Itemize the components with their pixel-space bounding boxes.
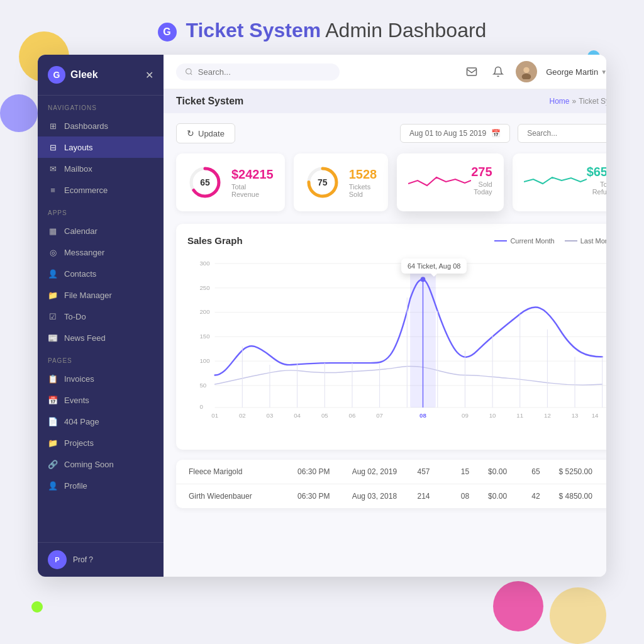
legend-last-line [565,240,577,242]
apps-section-label: APPS [38,201,164,220]
filemanager-icon: 📁 [48,290,58,300]
sidebar-item-calendar[interactable]: ▦ Calendar [38,220,164,242]
cell-col5: 08 [461,492,488,501]
sidebar-item-404[interactable]: 📄 404 Page [38,411,164,432]
stat-label-today: Sold Today [471,180,492,196]
sidebar-item-label: Contacts [64,269,96,279]
graph-legend: Current Month Last Month [494,237,606,245]
cell-date: Aug 02, 2019 [352,467,418,476]
sidebar-item-mailbox[interactable]: ✉ Mailbox [38,158,164,179]
filter-search-input[interactable] [527,129,602,138]
stat-card-revenue: 65 $24215 Total Revenue [176,153,285,211]
svg-text:50: 50 [199,382,206,389]
comingsoon-icon: 🔗 [48,459,58,469]
sidebar-close-button[interactable]: ✕ [145,69,153,81]
update-button[interactable]: ↻ Update [176,123,235,143]
invoices-icon: 📋 [48,374,58,384]
topbar: George Martin ▼ ☰ [164,55,606,89]
legend-current-line [494,240,507,242]
sidebar-brand-icon: G [48,66,65,84]
sidebar-item-label: Layouts [64,143,93,152]
svg-text:01: 01 [211,412,218,419]
cell-price: $0.00 [488,467,531,476]
sales-chart-svg: 300 250 200 150 100 50 0 [187,253,606,436]
sales-graph-card: Sales Graph Current Month Last Month [176,224,606,450]
cell-total: $ 5250.00 [559,467,606,476]
cell-col7: 42 [531,492,558,501]
cell-price: $0.00 [488,492,531,501]
sidebar-item-todo[interactable]: ☑ To-Do [38,306,164,327]
date-range-value: Aug 01 to Aug 15 2019 [409,129,486,138]
content-body: ↻ Update Aug 01 to Aug 15 2019 📅 [164,113,606,577]
sidebar-item-dashboards[interactable]: ⊞ Dashboards [38,115,164,136]
nav-section-label: NAVIGATIONS [38,96,164,115]
ecommerce-icon: ≡ [48,185,58,195]
stat-info-refund: $657 Total Refund [587,165,606,196]
sidebar-item-projects[interactable]: 📁 Projects [38,432,164,453]
cell-name: Girth Wiedenbauer [189,492,297,501]
sidebar-item-label: File Manager [64,291,112,300]
sidebar-item-invoices[interactable]: 📋 Invoices [38,368,164,389]
sidebar-avatar: P [48,550,67,569]
sidebar-item-label: Messanger [64,248,104,257]
sidebar-item-label: Invoices [64,374,94,384]
stat-card-today: 275 Sold Today [397,153,503,211]
search-input[interactable] [198,67,331,77]
sidebar: G Gleek ✕ NAVIGATIONS ⊞ Dashboards ⊟ Lay… [38,55,164,577]
newsfeed-icon: 📰 [48,333,58,343]
cell-tickets: 457 [418,467,461,476]
search-container[interactable] [176,64,340,80]
sidebar-item-profile[interactable]: 👤 Profile [38,475,164,496]
topbar-username[interactable]: George Martin ▼ [546,67,606,77]
sidebar-logo-text: G Gleek [48,66,98,84]
sidebar-item-label: Events [64,396,89,405]
sidebar-profile-name: Prof ? [73,555,93,564]
svg-text:300: 300 [199,260,210,267]
sidebar-item-label: Projects [64,438,94,448]
stat-ring-number-tickets: 75 [318,177,328,187]
header-title-regular: Admin Dashboard [321,19,486,42]
stat-ring-revenue: 65 [187,165,223,200]
cell-tickets: 214 [418,492,461,501]
sidebar-item-contacts[interactable]: 👤 Contacts [38,263,164,284]
cell-date: Aug 03, 2018 [352,492,418,501]
cell-name: Fleece Marigold [189,467,297,476]
sidebar-item-ecommerce[interactable]: ≡ Ecommerce [38,179,164,201]
tooltip-text: 64 Ticket, Aug 08 [408,262,460,270]
sidebar-item-label: Coming Soon [64,460,114,469]
mail-icon[interactable] [463,63,480,80]
breadcrumb-home-link[interactable]: Home [550,97,570,106]
cell-time: 06:30 PM [297,467,352,476]
sidebar-item-events[interactable]: 📅 Events [38,389,164,411]
todo-icon: ☑ [48,311,58,321]
sidebar-bottom: P Prof ? [38,542,164,577]
date-range-picker[interactable]: Aug 01 to Aug 15 2019 📅 [400,124,510,143]
stat-card-tickets: 75 1528 Tickets Sold [294,153,389,211]
cell-col5: 15 [461,467,488,476]
stat-ring-tickets: 75 [305,165,340,200]
sidebar-item-messanger[interactable]: ◎ Messanger [38,242,164,263]
cell-time: 06:30 PM [297,492,352,501]
stat-info-revenue: $24215 Total Revenue [231,167,274,198]
sidebar-item-filemanager[interactable]: 📁 File Manager [38,284,164,306]
404-icon: 📄 [48,416,58,426]
sidebar-item-layouts[interactable]: ⊟ Layouts [38,136,164,158]
legend-last: Last Month [565,237,606,245]
legend-last-label: Last Month [580,237,606,245]
main-container: G Gleek ✕ NAVIGATIONS ⊞ Dashboards ⊟ Lay… [38,55,606,577]
page-header: G Ticket System Admin Dashboard [0,0,644,55]
svg-text:05: 05 [321,412,328,419]
sidebar-item-comingsoon[interactable]: 🔗 Coming Soon [38,453,164,475]
topbar-avatar [516,61,537,82]
svg-text:04: 04 [294,412,301,419]
graph-title: Sales Graph [187,235,243,246]
svg-text:100: 100 [199,357,210,364]
pages-section-label: PAGES [38,348,164,368]
page-title: Ticket System [176,96,243,107]
toolbar-row: ↻ Update Aug 01 to Aug 15 2019 📅 [176,123,606,143]
filter-search-bar[interactable] [518,124,606,143]
sidebar-item-newsfeed[interactable]: 📰 News Feed [38,327,164,348]
svg-text:250: 250 [199,284,210,291]
bell-icon[interactable] [489,63,507,80]
update-label: Update [198,129,225,138]
